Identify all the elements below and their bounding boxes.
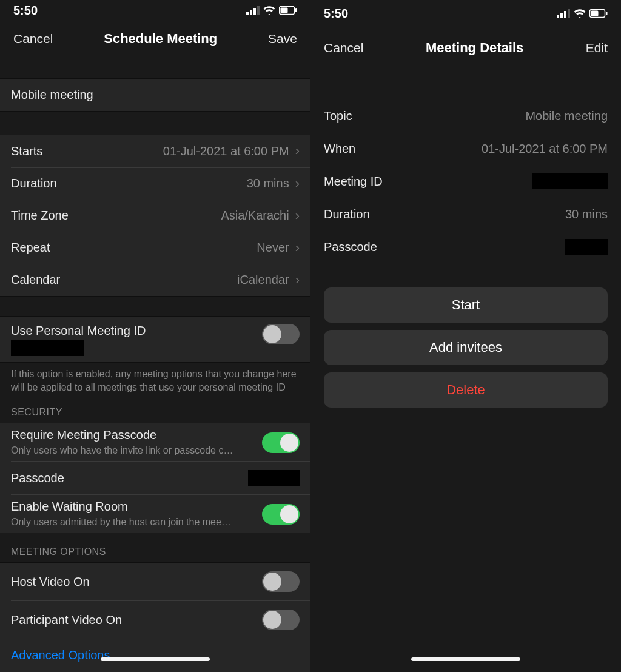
- svg-rect-6: [295, 8, 297, 12]
- security-group: Require Meeting Passcode Only users who …: [0, 423, 310, 533]
- home-indicator[interactable]: [411, 657, 520, 661]
- navbar: Cancel Schedule Meeting Save: [0, 27, 310, 50]
- topic-label: Topic: [324, 109, 352, 123]
- cancel-button[interactable]: Cancel: [324, 41, 363, 55]
- security-header: SECURITY: [0, 394, 310, 423]
- repeat-value: Never: [257, 241, 289, 255]
- start-button-label: Start: [452, 297, 480, 313]
- status-time: 5:50: [324, 7, 348, 21]
- passcode-redacted: [248, 470, 300, 486]
- save-button[interactable]: Save: [268, 32, 297, 46]
- calendar-row[interactable]: Calendar iCalendar ›: [11, 264, 310, 296]
- svg-rect-10: [568, 9, 570, 18]
- add-invitees-button[interactable]: Add invitees: [324, 330, 608, 365]
- add-invitees-label: Add invitees: [429, 340, 502, 355]
- status-time: 5:50: [13, 4, 38, 18]
- scheduling-group: Starts 01-Jul-2021 at 6:00 PM › Duration…: [0, 135, 310, 297]
- host-video-row[interactable]: Host Video On: [0, 563, 310, 600]
- duration-value: 30 mins: [247, 176, 289, 190]
- passcode-label: Passcode: [11, 471, 64, 485]
- duration-value: 30 mins: [565, 207, 608, 221]
- chevron-right-icon: ›: [295, 274, 300, 287]
- timezone-label: Time Zone: [11, 209, 69, 223]
- starts-row[interactable]: Starts 01-Jul-2021 at 6:00 PM ›: [0, 135, 310, 167]
- waiting-room-row[interactable]: Enable Waiting Room Only users admitted …: [11, 494, 310, 533]
- host-video-label: Host Video On: [11, 575, 90, 589]
- statusbar: 5:50: [0, 0, 310, 21]
- wifi-icon: [574, 9, 586, 18]
- when-row: When 01-Jul-2021 at 6:00 PM: [310, 132, 621, 165]
- pmi-redacted: [11, 340, 84, 356]
- pmi-label: Use Personal Meeting ID: [11, 324, 262, 338]
- cancel-button[interactable]: Cancel: [13, 32, 53, 46]
- waiting-room-toggle[interactable]: [262, 504, 300, 525]
- require-passcode-toggle[interactable]: [262, 432, 300, 453]
- battery-icon: [279, 6, 297, 15]
- participant-video-label: Participant Video On: [11, 613, 122, 627]
- svg-rect-3: [257, 6, 260, 15]
- cellular-icon: [557, 9, 570, 18]
- meeting-id-row: Meeting ID: [310, 165, 621, 198]
- wifi-icon: [263, 6, 275, 15]
- statusbar: 5:50: [310, 0, 621, 27]
- status-right: [246, 6, 297, 15]
- timezone-value: Asia/Karachi: [221, 209, 289, 223]
- topic-row: Topic Mobile meeting: [310, 99, 621, 132]
- svg-rect-13: [606, 12, 608, 15]
- delete-button[interactable]: Delete: [324, 372, 608, 408]
- svg-rect-0: [246, 12, 249, 15]
- topic-value: Mobile meeting: [525, 109, 608, 123]
- battery-icon: [589, 9, 608, 18]
- require-passcode-row[interactable]: Require Meeting Passcode Only users who …: [0, 423, 310, 461]
- delete-button-label: Delete: [446, 382, 485, 398]
- svg-rect-12: [591, 11, 599, 16]
- waiting-room-label: Enable Waiting Room: [11, 500, 262, 514]
- duration-label: Duration: [324, 207, 370, 221]
- schedule-meeting-screen: 5:50 Cancel Schedule Meeting Save Mobile…: [0, 0, 310, 672]
- passcode-row[interactable]: Passcode: [11, 461, 310, 494]
- pmi-footnote: If this option is enabled, any meeting o…: [0, 363, 310, 394]
- advanced-options-link[interactable]: Advanced Options: [0, 639, 310, 672]
- duration-row: Duration 30 mins: [310, 198, 621, 230]
- meeting-id-redacted: [532, 173, 608, 189]
- when-label: When: [324, 142, 355, 156]
- chevron-right-icon: ›: [295, 177, 300, 190]
- timezone-row[interactable]: Time Zone Asia/Karachi ›: [11, 200, 310, 232]
- repeat-row[interactable]: Repeat Never ›: [11, 232, 310, 264]
- duration-label: Duration: [11, 176, 57, 190]
- home-indicator[interactable]: [101, 657, 210, 661]
- options-header: MEETING OPTIONS: [0, 533, 310, 562]
- meeting-details-screen: 5:50 Cancel Meeting Details Edit Topic M…: [310, 0, 621, 672]
- meeting-id-label: Meeting ID: [324, 175, 383, 189]
- passcode-redacted: [565, 239, 608, 255]
- start-button[interactable]: Start: [324, 287, 608, 323]
- navbar: Cancel Meeting Details Edit: [310, 33, 621, 63]
- calendar-label: Calendar: [11, 273, 60, 287]
- pmi-row[interactable]: Use Personal Meeting ID: [0, 317, 310, 362]
- pmi-toggle[interactable]: [262, 324, 300, 344]
- participant-video-row[interactable]: Participant Video On: [11, 600, 310, 639]
- chevron-right-icon: ›: [295, 241, 300, 255]
- svg-rect-5: [281, 8, 288, 13]
- participant-video-toggle[interactable]: [262, 610, 300, 630]
- topic-input[interactable]: Mobile meeting: [0, 79, 310, 111]
- page-title: Schedule Meeting: [104, 31, 217, 47]
- require-passcode-label: Require Meeting Passcode: [11, 428, 262, 442]
- duration-row[interactable]: Duration 30 mins ›: [11, 167, 310, 200]
- options-group: Host Video On Participant Video On Advan…: [0, 562, 310, 672]
- starts-value: 01-Jul-2021 at 6:00 PM: [163, 144, 289, 158]
- passcode-label: Passcode: [324, 240, 377, 254]
- chevron-right-icon: ›: [295, 144, 300, 158]
- status-right: [557, 9, 608, 18]
- chevron-right-icon: ›: [295, 209, 300, 223]
- page-title: Meeting Details: [426, 40, 523, 56]
- details-group: Topic Mobile meeting When 01-Jul-2021 at…: [310, 99, 621, 263]
- passcode-row: Passcode: [310, 230, 621, 263]
- svg-rect-2: [253, 8, 256, 15]
- svg-rect-9: [564, 11, 566, 18]
- host-video-toggle[interactable]: [262, 571, 300, 592]
- edit-button[interactable]: Edit: [586, 41, 608, 55]
- svg-rect-7: [557, 15, 559, 18]
- waiting-room-sub: Only users admitted by the host can join…: [11, 516, 258, 529]
- when-value: 01-Jul-2021 at 6:00 PM: [482, 142, 608, 156]
